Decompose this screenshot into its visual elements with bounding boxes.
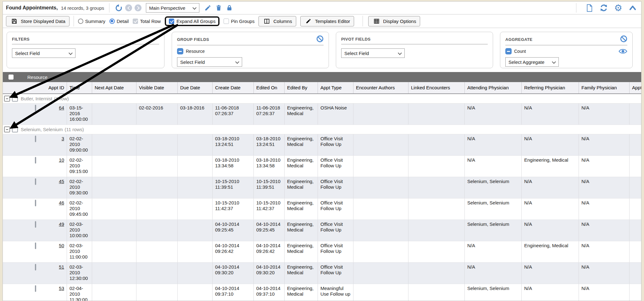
cell-next-apt-date: [92, 103, 136, 125]
summary-radio[interactable]: [78, 19, 83, 24]
refresh-icon[interactable]: [600, 4, 608, 12]
total-row-option[interactable]: Total Row: [133, 19, 161, 24]
row-checkbox[interactable]: [35, 285, 36, 292]
appt-id-link[interactable]: 49: [59, 221, 64, 227]
cell-encounter-authors: [353, 220, 408, 241]
cell-visible-date: [136, 156, 178, 177]
column-header-time[interactable]: Time: [67, 82, 92, 93]
group-select-checkbox[interactable]: [12, 96, 18, 102]
column-header-appt-id[interactable]: Appt ID: [38, 82, 67, 93]
columns-button[interactable]: Columns: [258, 16, 296, 26]
cell-create-date: 04-10-2014 09:30:20: [213, 263, 254, 284]
column-header-attending-physician[interactable]: Attending Physician: [465, 82, 522, 93]
column-header-edited-by[interactable]: Edited By: [285, 82, 318, 93]
cell-edited-by: Engineering, Medical: [285, 177, 318, 198]
field-panels: FILTERS Select Field GROUP FIELDS Resour…: [3, 28, 641, 73]
group-label: Butler, Internist: [21, 96, 52, 101]
detail-radio[interactable]: [109, 19, 115, 24]
group-field-select[interactable]: Select Field: [177, 57, 242, 67]
delete-trash-icon[interactable]: [214, 4, 223, 12]
templates-editor-button[interactable]: Templates Editor: [300, 16, 354, 26]
cell-family-physician: N/A: [579, 134, 630, 155]
cell-edited-by: Engineering, Medical: [285, 103, 318, 125]
summary-radio-option[interactable]: Summary: [78, 19, 105, 24]
column-header-referring-physician[interactable]: Referring Physician: [522, 82, 579, 93]
row-checkbox[interactable]: [35, 157, 36, 164]
appt-id-link[interactable]: 50: [59, 243, 64, 248]
cell-linked-encounters: [408, 156, 465, 177]
group-band-label: Resource: [27, 75, 47, 80]
select-all-checkbox[interactable]: [8, 75, 14, 80]
cell-attending-physician: Selenium, Selenium: [465, 198, 522, 220]
pin-groups-option[interactable]: Pin Groups: [224, 19, 254, 24]
appt-id-link[interactable]: 3: [62, 136, 64, 141]
expand-all-groups-checkbox[interactable]: [169, 19, 174, 24]
group-expander-checkbox[interactable]: [4, 96, 10, 102]
filters-field-select[interactable]: Select Field: [12, 48, 75, 58]
remove-aggregate-icon[interactable]: [505, 48, 512, 54]
cell-visible-date: [136, 241, 178, 262]
store-displayed-data-button[interactable]: Store Displayed Data: [6, 16, 69, 26]
row-checkbox[interactable]: [35, 200, 36, 206]
column-header-encounter-authors[interactable]: Encounter Authors: [353, 82, 408, 93]
column-header-due-date[interactable]: Due Date: [178, 82, 213, 93]
total-row-checkbox[interactable]: [133, 19, 138, 24]
row-checkbox[interactable]: [35, 264, 36, 270]
appt-id-link[interactable]: 10: [59, 157, 64, 163]
column-header-create-date[interactable]: Create Date: [213, 82, 254, 93]
aggregate-select[interactable]: Select Aggregate: [505, 57, 559, 67]
edit-pencil-icon[interactable]: [204, 4, 212, 12]
row-checkbox[interactable]: [35, 105, 36, 111]
appt-id-link[interactable]: 64: [59, 105, 64, 110]
appt-id-link[interactable]: 45: [59, 179, 64, 184]
cell-appt-re: [630, 156, 641, 177]
cell-time: 02-02-2010 09:00:00: [67, 134, 92, 155]
row-checkbox[interactable]: [35, 242, 36, 249]
column-header-appt-re[interactable]: Appt Re: [630, 82, 641, 93]
group-select-checkbox[interactable]: [12, 126, 18, 132]
row-checkbox[interactable]: [35, 136, 36, 142]
collapse-chevron-up-icon[interactable]: [629, 4, 637, 12]
display-options-button[interactable]: Display Options: [368, 16, 420, 26]
row-checkbox[interactable]: [35, 178, 36, 185]
cell-referring-physician: Engineering, Medical: [522, 241, 579, 262]
column-header-family-physician[interactable]: Family Physician: [579, 82, 630, 93]
appt-id-link[interactable]: 46: [59, 200, 64, 205]
lock-icon[interactable]: [225, 4, 233, 12]
appointment-row-51: 5102-03-2010 12:30:0004-10-2014 09:30:20…: [3, 263, 641, 284]
cell-due-date: [178, 198, 213, 220]
cell-attending-physician: N/A: [465, 156, 522, 177]
group-expander-checkbox[interactable]: [4, 126, 10, 132]
filters-title: FILTERS: [12, 37, 30, 42]
detail-radio-option[interactable]: Detail: [109, 19, 129, 24]
undo-icon[interactable]: [114, 4, 123, 12]
remove-group-field-icon[interactable]: [177, 48, 183, 54]
cell-linked-encounters: [408, 198, 465, 220]
group-label: Selenium, Selenium: [21, 127, 63, 132]
cell-edited-on: 03-18-2010 13:34:58: [254, 156, 285, 177]
settings-gear-icon[interactable]: ⚙: [614, 4, 622, 12]
column-header-next-apt-date[interactable]: Next Apt Date: [92, 82, 136, 93]
cell-appt-id: 64: [38, 103, 67, 125]
appt-id-link[interactable]: 53: [59, 286, 64, 291]
appt-id-link[interactable]: 51: [59, 264, 64, 270]
clear-aggregate-icon[interactable]: [620, 35, 627, 44]
row-checkbox[interactable]: [35, 221, 36, 228]
new-document-icon[interactable]: [585, 4, 593, 12]
visibility-eye-icon[interactable]: [619, 48, 627, 56]
previous-perspective-icon[interactable]: [125, 4, 132, 11]
cell-visible-date: 02-02-2016: [136, 103, 178, 125]
pivot-field-select[interactable]: Select Field: [341, 48, 405, 58]
column-header-visible-date[interactable]: Visible Date: [136, 82, 178, 93]
cell-time: 02-02-2010 09:30:00: [67, 177, 92, 198]
next-perspective-icon[interactable]: [135, 4, 142, 11]
column-header-appt-type[interactable]: Appt Type: [318, 82, 353, 93]
cell-edited-by: Engineering, Medical: [285, 263, 318, 284]
clear-group-fields-icon[interactable]: [316, 35, 324, 44]
cell-appt-id: 51: [38, 263, 67, 284]
column-header-edited-on[interactable]: Edited On: [254, 82, 285, 93]
cell-next-apt-date: [92, 134, 136, 155]
column-header-linked-encounters[interactable]: Linked Encounters: [408, 82, 465, 93]
pin-groups-checkbox[interactable]: [224, 19, 229, 24]
perspective-select[interactable]: Main Perspective: [146, 3, 199, 13]
